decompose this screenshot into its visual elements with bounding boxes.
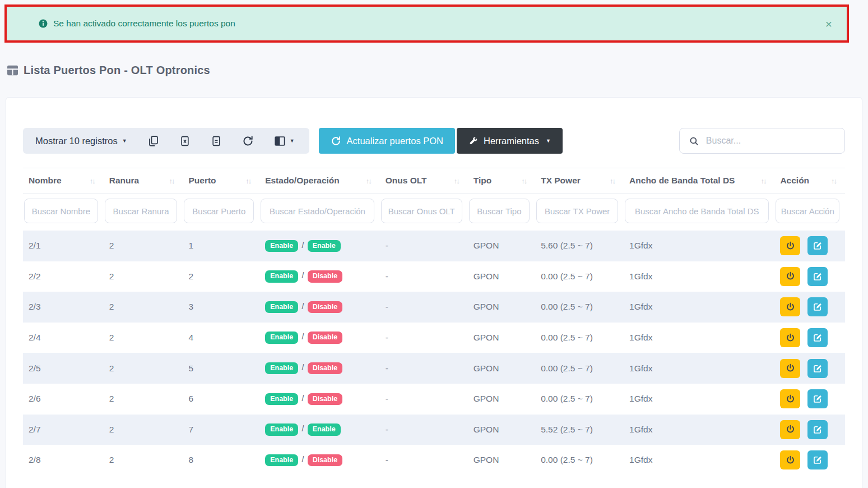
- toolbar-button-group: Mostrar 10 registros ▼: [23, 128, 309, 154]
- cell-tipo: GPON: [468, 353, 535, 384]
- table-row: 2/5 2 5 Enable / Disable - GPON 0.00 (2.…: [23, 353, 845, 384]
- table-row: 2/3 2 3 Enable / Disable - GPON 0.00 (2.…: [23, 292, 845, 323]
- edit-button[interactable]: [807, 359, 828, 378]
- table-row: 2/6 2 6 Enable / Disable - GPON 0.00 (2.…: [23, 384, 845, 415]
- filter-ranura-input[interactable]: [105, 199, 178, 223]
- edit-icon: [813, 302, 823, 312]
- reload-button[interactable]: [242, 135, 254, 147]
- edit-button[interactable]: [807, 236, 828, 255]
- sort-icon[interactable]: ↑↓: [610, 177, 615, 185]
- edit-button[interactable]: [807, 267, 828, 286]
- filter-puerto-input[interactable]: [184, 199, 254, 223]
- edit-button[interactable]: [807, 297, 828, 316]
- search-input[interactable]: [706, 136, 835, 146]
- estado-badge: Enable: [265, 393, 298, 406]
- export-file-button[interactable]: [211, 135, 222, 147]
- sort-icon[interactable]: ↑↓: [454, 177, 459, 185]
- column-visibility-dropdown[interactable]: ▼: [274, 136, 295, 146]
- operacion-badge: Enable: [308, 240, 341, 252]
- edit-button[interactable]: [807, 450, 828, 469]
- column-header-ranura[interactable]: Ranura↑↓: [104, 168, 183, 194]
- sort-icon[interactable]: ↑↓: [831, 177, 836, 185]
- cell-nombre: 2/8: [23, 445, 104, 476]
- cell-ranura: 2: [104, 292, 183, 323]
- filter-nombre-input[interactable]: [24, 199, 98, 223]
- power-toggle-button[interactable]: [780, 359, 800, 378]
- edit-icon: [813, 425, 823, 435]
- power-toggle-button[interactable]: [780, 236, 800, 255]
- sort-icon[interactable]: ↑↓: [521, 177, 526, 185]
- filter-ancho-input[interactable]: [625, 199, 769, 223]
- cell-ranura: 2: [104, 384, 183, 415]
- power-toggle-button[interactable]: [780, 389, 800, 408]
- tools-label: Herramientas: [484, 136, 539, 146]
- edit-button[interactable]: [807, 328, 828, 347]
- column-header-puerto[interactable]: Puerto↑↓: [183, 168, 259, 194]
- power-toggle-button[interactable]: [780, 297, 800, 316]
- cell-ancho-banda: 1Gfdx: [624, 353, 774, 384]
- estado-badge: Enable: [265, 270, 298, 283]
- estado-separator: /: [301, 241, 304, 250]
- cell-estado-operacion: Enable / Enable: [259, 415, 380, 445]
- filter-accion-input[interactable]: [776, 199, 839, 223]
- tools-dropdown-button[interactable]: Herramientas ▼: [457, 128, 563, 154]
- cell-onus-olt: -: [380, 261, 468, 292]
- page-title: Lista Puertos Pon - OLT Optronics: [7, 64, 210, 77]
- filter-estado-input[interactable]: [261, 199, 374, 223]
- chevron-down-icon: ▼: [290, 139, 295, 144]
- cell-onus-olt: -: [380, 384, 468, 415]
- cell-onus-olt: -: [380, 445, 468, 476]
- cell-estado-operacion: Enable / Enable: [259, 231, 380, 261]
- close-icon[interactable]: ×: [825, 18, 832, 30]
- table-row: 2/1 2 1 Enable / Enable - GPON 5.60 (2.5…: [23, 231, 845, 261]
- excel-file-icon: [179, 135, 191, 147]
- sort-icon[interactable]: ↑↓: [366, 177, 371, 185]
- column-header-tx-power[interactable]: TX Power↑↓: [535, 168, 624, 194]
- column-header-onus-olt[interactable]: Onus OLT↑↓: [380, 168, 468, 194]
- wrench-icon: [468, 136, 478, 146]
- filter-tx-power-input[interactable]: [536, 199, 618, 223]
- cell-tipo: GPON: [468, 445, 535, 476]
- edit-icon: [813, 333, 823, 343]
- edit-button[interactable]: [807, 389, 828, 408]
- power-toggle-button[interactable]: [780, 450, 800, 469]
- operacion-badge: Disable: [308, 332, 342, 344]
- cell-tx-power: 0.00 (2.5 ~ 7): [535, 384, 624, 415]
- column-header-ancho-banda[interactable]: Ancho de Banda Total DS↑↓: [624, 168, 774, 194]
- edit-icon: [813, 455, 823, 465]
- power-icon: [785, 302, 796, 312]
- filter-onus-input[interactable]: [381, 199, 462, 223]
- filter-tipo-input[interactable]: [469, 199, 530, 223]
- cell-puerto: 4: [183, 323, 259, 353]
- column-header-nombre[interactable]: Nombre↑↓: [23, 168, 104, 194]
- cell-tx-power: 5.52 (2.5 ~ 7): [535, 415, 624, 445]
- cell-ranura: 2: [104, 231, 183, 261]
- estado-badge: Enable: [265, 362, 298, 375]
- cell-estado-operacion: Enable / Disable: [259, 384, 380, 415]
- update-pon-ports-button[interactable]: Actualizar puertos PON: [319, 128, 455, 154]
- edit-button[interactable]: [807, 420, 828, 439]
- power-toggle-button[interactable]: [780, 420, 800, 439]
- sort-icon[interactable]: ↑↓: [90, 177, 95, 185]
- edit-icon: [813, 271, 823, 282]
- operacion-badge: Disable: [308, 362, 342, 375]
- page-title-text: Lista Puertos Pon - OLT Optronics: [24, 64, 210, 77]
- power-toggle-button[interactable]: [780, 328, 800, 347]
- sort-icon[interactable]: ↑↓: [245, 177, 250, 185]
- cell-puerto: 7: [183, 415, 259, 445]
- copy-icon: [147, 135, 159, 147]
- operacion-badge: Disable: [308, 301, 342, 314]
- cell-nombre: 2/5: [23, 353, 104, 384]
- power-toggle-button[interactable]: [780, 267, 800, 286]
- length-menu-dropdown[interactable]: Mostrar 10 registros ▼: [35, 136, 127, 146]
- copy-button[interactable]: [147, 135, 159, 147]
- column-header-estado-operacion[interactable]: Estado/Operación↑↓: [259, 168, 380, 194]
- cell-tx-power: 0.00 (2.5 ~ 7): [535, 445, 624, 476]
- sort-icon[interactable]: ↑↓: [169, 177, 174, 185]
- column-header-tipo[interactable]: Tipo↑↓: [468, 168, 535, 194]
- export-excel-button[interactable]: [179, 135, 191, 147]
- cell-puerto: 8: [183, 445, 259, 476]
- column-header-accion[interactable]: Acción↑↓: [774, 168, 845, 194]
- edit-icon: [813, 363, 823, 374]
- sort-icon[interactable]: ↑↓: [760, 177, 765, 185]
